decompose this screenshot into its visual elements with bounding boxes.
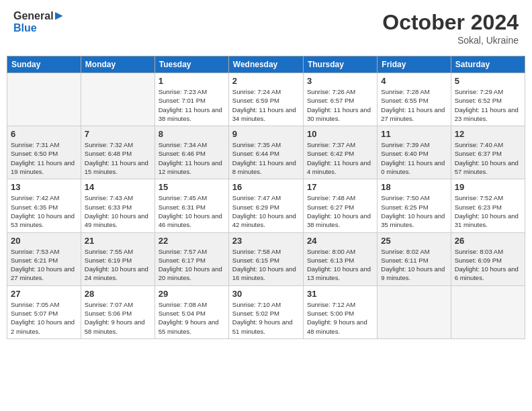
day-number: 19: [455, 182, 521, 192]
day-info: Sunrise: 7:53 AM Sunset: 6:21 PM Dayligh…: [11, 247, 77, 283]
day-info: Sunrise: 7:26 AM Sunset: 6:57 PM Dayligh…: [307, 87, 373, 123]
logo-blue-text: Blue: [13, 22, 63, 34]
day-number: 8: [159, 129, 225, 139]
day-number: 9: [232, 129, 300, 139]
day-info: Sunrise: 7:35 AM Sunset: 6:44 PM Dayligh…: [232, 140, 300, 176]
day-info: Sunrise: 7:45 AM Sunset: 6:31 PM Dayligh…: [159, 193, 225, 229]
calendar-cell: 29Sunrise: 7:08 AM Sunset: 5:04 PM Dayli…: [154, 285, 228, 338]
weekday-header-friday: Friday: [378, 56, 451, 73]
day-number: 22: [159, 236, 225, 246]
calendar-cell: 30Sunrise: 7:10 AM Sunset: 5:02 PM Dayli…: [228, 285, 303, 338]
title-section: October 2024 Sokal, Ukraine: [382, 10, 519, 46]
day-number: 12: [455, 129, 521, 139]
calendar-cell: 18Sunrise: 7:50 AM Sunset: 6:25 PM Dayli…: [378, 179, 451, 232]
calendar-cell: 27Sunrise: 7:05 AM Sunset: 5:07 PM Dayli…: [7, 285, 81, 338]
day-number: 15: [159, 182, 225, 192]
day-info: Sunrise: 7:34 AM Sunset: 6:46 PM Dayligh…: [159, 140, 225, 176]
day-number: 29: [159, 289, 225, 299]
weekday-header-saturday: Saturday: [451, 56, 525, 73]
calendar-cell: 14Sunrise: 7:43 AM Sunset: 6:33 PM Dayli…: [81, 179, 154, 232]
calendar-cell: 20Sunrise: 7:53 AM Sunset: 6:21 PM Dayli…: [7, 232, 81, 285]
day-number: 28: [85, 289, 151, 299]
calendar-cell: 17Sunrise: 7:48 AM Sunset: 6:27 PM Dayli…: [303, 179, 377, 232]
day-number: 10: [307, 129, 373, 139]
calendar-table: SundayMondayTuesdayWednesdayThursdayFrid…: [7, 56, 525, 339]
day-info: Sunrise: 7:58 AM Sunset: 6:15 PM Dayligh…: [232, 247, 300, 283]
day-number: 27: [11, 289, 77, 299]
day-info: Sunrise: 7:10 AM Sunset: 5:02 PM Dayligh…: [232, 300, 300, 336]
calendar-cell: 8Sunrise: 7:34 AM Sunset: 6:46 PM Daylig…: [154, 126, 228, 179]
day-number: 6: [11, 129, 77, 139]
day-number: 14: [85, 182, 151, 192]
day-number: 21: [85, 236, 151, 246]
day-info: Sunrise: 7:31 AM Sunset: 6:50 PM Dayligh…: [11, 140, 77, 176]
day-info: Sunrise: 7:57 AM Sunset: 6:17 PM Dayligh…: [159, 247, 225, 283]
calendar-cell: 19Sunrise: 7:52 AM Sunset: 6:23 PM Dayli…: [451, 179, 525, 232]
day-info: Sunrise: 7:52 AM Sunset: 6:23 PM Dayligh…: [455, 193, 521, 229]
day-info: Sunrise: 7:12 AM Sunset: 5:00 PM Dayligh…: [307, 300, 373, 336]
day-number: 20: [11, 236, 77, 246]
calendar-week-2: 6Sunrise: 7:31 AM Sunset: 6:50 PM Daylig…: [7, 126, 525, 179]
day-info: Sunrise: 8:02 AM Sunset: 6:11 PM Dayligh…: [381, 247, 447, 283]
calendar-cell: 6Sunrise: 7:31 AM Sunset: 6:50 PM Daylig…: [7, 126, 81, 179]
day-info: Sunrise: 7:08 AM Sunset: 5:04 PM Dayligh…: [159, 300, 225, 336]
calendar-week-4: 20Sunrise: 7:53 AM Sunset: 6:21 PM Dayli…: [7, 232, 525, 285]
day-info: Sunrise: 7:48 AM Sunset: 6:27 PM Dayligh…: [307, 193, 373, 229]
weekday-header-tuesday: Tuesday: [154, 56, 228, 73]
weekday-header-sunday: Sunday: [7, 56, 81, 73]
location: Sokal, Ukraine: [382, 35, 519, 46]
day-number: 7: [85, 129, 151, 139]
calendar-cell: 12Sunrise: 7:40 AM Sunset: 6:37 PM Dayli…: [451, 126, 525, 179]
weekday-header-thursday: Thursday: [303, 56, 377, 73]
day-info: Sunrise: 7:24 AM Sunset: 6:59 PM Dayligh…: [232, 87, 300, 123]
calendar-header-row: SundayMondayTuesdayWednesdayThursdayFrid…: [7, 56, 525, 73]
day-number: 30: [232, 289, 300, 299]
calendar-cell: 1Sunrise: 7:23 AM Sunset: 7:01 PM Daylig…: [154, 73, 228, 126]
month-title: October 2024: [382, 10, 519, 35]
weekday-header-monday: Monday: [81, 56, 154, 73]
day-number: 16: [232, 182, 300, 192]
calendar-cell: [81, 73, 154, 126]
calendar-cell: 26Sunrise: 8:03 AM Sunset: 6:09 PM Dayli…: [451, 232, 525, 285]
weekday-header-wednesday: Wednesday: [228, 56, 303, 73]
day-number: 23: [232, 236, 300, 246]
day-info: Sunrise: 7:50 AM Sunset: 6:25 PM Dayligh…: [381, 193, 447, 229]
calendar-cell: 11Sunrise: 7:39 AM Sunset: 6:40 PM Dayli…: [378, 126, 451, 179]
day-info: Sunrise: 7:37 AM Sunset: 6:42 PM Dayligh…: [307, 140, 373, 176]
day-info: Sunrise: 7:28 AM Sunset: 6:55 PM Dayligh…: [381, 87, 447, 123]
calendar-cell: 9Sunrise: 7:35 AM Sunset: 6:44 PM Daylig…: [228, 126, 303, 179]
calendar-cell: 4Sunrise: 7:28 AM Sunset: 6:55 PM Daylig…: [378, 73, 451, 126]
calendar-cell: 2Sunrise: 7:24 AM Sunset: 6:59 PM Daylig…: [228, 73, 303, 126]
day-info: Sunrise: 7:40 AM Sunset: 6:37 PM Dayligh…: [455, 140, 521, 176]
calendar-cell: 13Sunrise: 7:42 AM Sunset: 6:35 PM Dayli…: [7, 179, 81, 232]
day-info: Sunrise: 7:47 AM Sunset: 6:29 PM Dayligh…: [232, 193, 300, 229]
logo-arrow-icon: [55, 12, 63, 20]
day-number: 1: [159, 76, 225, 86]
day-number: 17: [307, 182, 373, 192]
day-number: 31: [307, 289, 373, 299]
day-number: 5: [455, 76, 521, 86]
calendar-cell: 28Sunrise: 7:07 AM Sunset: 5:06 PM Dayli…: [81, 285, 154, 338]
calendar-cell: [7, 73, 81, 126]
logo-general-text: General: [13, 10, 54, 22]
calendar-cell: 21Sunrise: 7:55 AM Sunset: 6:19 PM Dayli…: [81, 232, 154, 285]
calendar-week-3: 13Sunrise: 7:42 AM Sunset: 6:35 PM Dayli…: [7, 179, 525, 232]
day-info: Sunrise: 7:43 AM Sunset: 6:33 PM Dayligh…: [85, 193, 151, 229]
day-info: Sunrise: 8:00 AM Sunset: 6:13 PM Dayligh…: [307, 247, 373, 283]
day-info: Sunrise: 7:55 AM Sunset: 6:19 PM Dayligh…: [85, 247, 151, 283]
calendar-cell: 3Sunrise: 7:26 AM Sunset: 6:57 PM Daylig…: [303, 73, 377, 126]
day-info: Sunrise: 7:39 AM Sunset: 6:40 PM Dayligh…: [381, 140, 447, 176]
day-number: 11: [381, 129, 447, 139]
day-number: 4: [381, 76, 447, 86]
calendar-cell: 10Sunrise: 7:37 AM Sunset: 6:42 PM Dayli…: [303, 126, 377, 179]
calendar-cell: 22Sunrise: 7:57 AM Sunset: 6:17 PM Dayli…: [154, 232, 228, 285]
day-info: Sunrise: 7:29 AM Sunset: 6:52 PM Dayligh…: [455, 87, 521, 123]
day-info: Sunrise: 7:42 AM Sunset: 6:35 PM Dayligh…: [11, 193, 77, 229]
calendar-week-5: 27Sunrise: 7:05 AM Sunset: 5:07 PM Dayli…: [7, 285, 525, 338]
calendar-cell: 7Sunrise: 7:32 AM Sunset: 6:48 PM Daylig…: [81, 126, 154, 179]
day-number: 25: [381, 236, 447, 246]
day-number: 26: [455, 236, 521, 246]
calendar-week-1: 1Sunrise: 7:23 AM Sunset: 7:01 PM Daylig…: [7, 73, 525, 126]
day-info: Sunrise: 8:03 AM Sunset: 6:09 PM Dayligh…: [455, 247, 521, 283]
calendar-cell: 23Sunrise: 7:58 AM Sunset: 6:15 PM Dayli…: [228, 232, 303, 285]
